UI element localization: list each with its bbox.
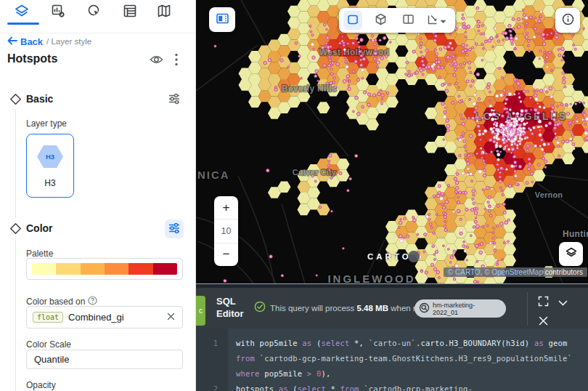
header-divider — [527, 292, 528, 326]
layer-visibility-button[interactable] — [148, 52, 164, 68]
carto-watermark-text: CARTO — [367, 252, 412, 261]
sidebar-tabbar — [0, 0, 195, 33]
sql-editor-header: c SQL Editor This query will process 5.4… — [196, 288, 588, 328]
tune-icon — [168, 222, 181, 237]
map-place-label: INGLEWOOD — [327, 273, 415, 283]
sql-code-lines: 1with pop5mile as (select *, `carto-un`.… — [196, 336, 588, 391]
clear-field-button[interactable] — [165, 312, 176, 323]
field-value: Combined_gi — [68, 312, 160, 323]
section-basic-title: Basic — [26, 93, 53, 105]
close-panel-button[interactable] — [536, 315, 550, 328]
map-place-label: NICA — [197, 169, 230, 181]
attribution-suffix: contributors — [545, 268, 583, 276]
legend-icon — [122, 3, 138, 21]
carto-watermark: CARTO — [367, 251, 420, 262]
map-place-label: Beverly Hills — [282, 84, 337, 94]
view-3d-button[interactable] — [367, 8, 394, 33]
color-scale-value: Quantile — [34, 354, 69, 365]
carto-watermark-dot — [408, 251, 420, 262]
sql-code-line: 2hotspots as (select * from `cartodb-gcp… — [196, 382, 588, 391]
active-tab-underline — [7, 23, 39, 25]
tab-interactions[interactable] — [85, 2, 104, 21]
back-arrow-icon — [7, 36, 17, 47]
layers-stack-icon — [564, 246, 579, 262]
basemap-selector-button[interactable] — [559, 242, 583, 266]
collapsed-side-tab[interactable]: c — [196, 296, 205, 326]
layer-type-h3-card[interactable]: H3 H3 — [26, 134, 74, 198]
data-source-pill[interactable]: hm-marketing- 2022_01 — [415, 299, 506, 318]
color-scale-select[interactable]: Quantile — [26, 350, 183, 369]
layer-type-label: Layer type — [26, 118, 67, 129]
map-tools-toolbar — [339, 8, 455, 33]
line-number: 2 — [196, 382, 228, 391]
breadcrumb-path: / Layer style — [46, 37, 91, 46]
color-settings-button[interactable] — [165, 219, 184, 238]
eye-icon — [150, 54, 163, 68]
h3-hexagon-icon: H3 — [37, 145, 63, 168]
palette-swatches — [32, 263, 177, 275]
sql-title-line1: SQL — [216, 295, 244, 307]
kebab-menu-icon — [175, 53, 178, 68]
osm-attribution-link[interactable]: © OpenStreetMap — [484, 268, 543, 276]
chevron-down-icon — [558, 297, 568, 308]
select-tool-icon — [346, 13, 359, 28]
sql-editor-title: SQL Editor — [216, 295, 244, 320]
field-type-chip: float — [33, 312, 63, 323]
query-status-text: This query will process 5.48 MB when run — [270, 304, 425, 313]
toggle-panel-button[interactable] — [209, 7, 235, 32]
tab-basemap[interactable] — [155, 2, 173, 21]
sql-code-line: 1with pop5mile as (select *, `carto-un`.… — [196, 336, 588, 382]
opacity-label: Opacity — [26, 380, 56, 390]
map-attribution: © CARTO, © OpenStreetMap contributors — [444, 267, 587, 277]
query-status: This query will process 5.48 MB when run — [254, 288, 425, 328]
zoom-out-button[interactable]: − — [214, 243, 238, 266]
split-map-button[interactable] — [394, 8, 422, 33]
section-color-title: Color — [26, 222, 53, 234]
measure-tool-icon — [425, 13, 438, 28]
widgets-settings-icon — [50, 3, 66, 21]
basic-settings-button[interactable] — [165, 90, 184, 109]
layer-title: Hotspots — [7, 52, 57, 65]
tab-widgets[interactable] — [49, 2, 68, 21]
color-based-on-label: Color based on — [26, 297, 85, 307]
color-field-selector[interactable]: float Combined_gi — [26, 306, 183, 328]
map-canvas[interactable]: West HollywoodBeverly HillsLOS ANGELESNI… — [196, 0, 588, 283]
carto-attribution-link[interactable]: © CARTO, — [448, 268, 483, 276]
tab-legend[interactable] — [121, 2, 139, 21]
layer-style-sidebar: Back / Layer style Hotspots Basic Layer … — [0, 0, 196, 391]
sql-code-editor[interactable]: 1with pop5mile as (select *, `carto-un`.… — [196, 328, 588, 391]
select-tool-button[interactable] — [339, 8, 367, 33]
palette-label: Palette — [26, 249, 53, 259]
breadcrumb: Back / Layer style — [7, 36, 91, 47]
measure-dropdown-caret — [440, 15, 446, 26]
h3-card-label: H3 — [27, 178, 73, 188]
zoom-control: + 10 − — [214, 196, 238, 266]
sql-title-line2: Editor — [216, 307, 244, 320]
data-source-name: hm-marketing- 2022_01 — [433, 302, 475, 316]
section-connector-line — [15, 109, 16, 218]
map-workspace: West HollywoodBeverly HillsLOS ANGELESNI… — [196, 0, 588, 391]
zoom-in-button[interactable]: + — [214, 196, 238, 219]
back-button[interactable]: Back — [7, 36, 43, 47]
sql-editor-panel: c SQL Editor This query will process 5.4… — [196, 283, 588, 391]
collapse-panel-button[interactable] — [556, 297, 569, 307]
query-size-value: 5.48 MB — [357, 304, 388, 313]
layer-options-button[interactable] — [170, 52, 183, 68]
section-color-header: Color — [0, 222, 196, 236]
split-map-icon — [401, 12, 415, 28]
basemap-icon — [156, 3, 172, 21]
map-info-button[interactable] — [555, 8, 580, 33]
fullscreen-icon — [538, 296, 549, 309]
close-icon — [539, 316, 548, 328]
diamond-icon — [9, 222, 22, 238]
diamond-icon — [9, 93, 22, 108]
fullscreen-button[interactable] — [536, 296, 550, 309]
app-window: Back / Layer style Hotspots Basic Layer … — [0, 0, 588, 391]
measure-tool-button[interactable] — [422, 8, 449, 33]
palette-selector[interactable] — [26, 258, 183, 280]
tab-layers[interactable] — [12, 2, 31, 21]
map-place-label: Huntington Park — [563, 229, 588, 239]
color-scale-label: Color Scale — [26, 339, 71, 350]
layer-header: Hotspots — [7, 52, 189, 68]
layers-icon — [14, 3, 30, 21]
